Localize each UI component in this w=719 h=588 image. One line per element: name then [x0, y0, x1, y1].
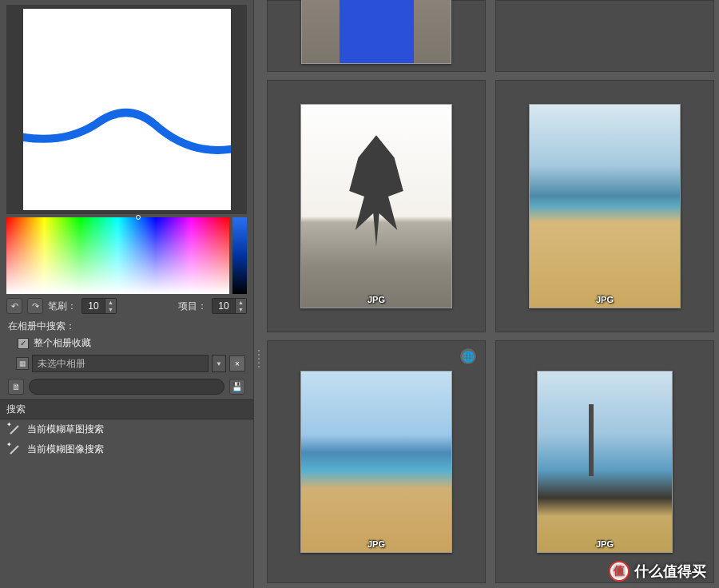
panel-resize-handle[interactable] [256, 348, 262, 369]
grid-row-0: JPG [267, 0, 714, 72]
search-panel-header[interactable]: 搜索 [0, 399, 253, 419]
grid-cell[interactable]: JPG [495, 340, 714, 583]
album-dropdown-arrow[interactable]: ▼ [212, 355, 226, 372]
format-badge: JPG [596, 539, 614, 549]
watermark: 值 什么值得买 [609, 561, 706, 582]
save-search-button[interactable]: 💾 [229, 379, 245, 395]
color-marker [136, 215, 141, 220]
format-badge: JPG [367, 539, 385, 549]
items-label: 项目： [178, 300, 207, 313]
hue-saturation-picker[interactable] [6, 217, 229, 294]
thumb-beach-island[interactable]: JPG [529, 104, 681, 308]
brush-size-value: 10 [82, 300, 105, 312]
brightness-slider[interactable] [232, 217, 247, 294]
grid-cell[interactable]: JPG [267, 0, 486, 72]
format-badge: JPG [596, 295, 614, 304]
grid-cell[interactable]: JPG [495, 80, 714, 332]
thumb-lighthouse[interactable]: JPG [537, 371, 673, 553]
thumbnail-grid: JPG JPG JPG 🌐 JPG JPG [264, 0, 719, 588]
brush-label: 笔刷： [48, 300, 77, 313]
wand-icon [8, 423, 21, 436]
undo-button[interactable]: ↶ [6, 298, 22, 314]
thumb-beach-walker[interactable]: JPG [300, 371, 452, 553]
album-dropdown[interactable]: 未选中相册 [32, 355, 209, 372]
search-input[interactable] [29, 379, 224, 395]
thumb-person-blue[interactable]: JPG [301, 0, 451, 64]
search-row: 🗎 💾 [8, 379, 245, 395]
sidebar: ↶ ↷ 笔刷： 10 ▲▼ 项目： 10 ▲▼ 在相册中搜索： ✓ 整个相册收藏… [0, 0, 254, 588]
whole-album-row: ✓ 整个相册收藏 [18, 336, 236, 350]
brush-controls-row: ↶ ↷ 笔刷： 10 ▲▼ 项目： 10 ▲▼ [6, 297, 247, 315]
items-spinner-arrows[interactable]: ▲▼ [235, 299, 246, 313]
whole-album-checkbox[interactable]: ✓ [18, 338, 29, 349]
items-value: 10 [213, 300, 235, 312]
sketch-canvas-area [6, 5, 247, 214]
search-in-album-label: 在相册中搜索： [8, 320, 245, 333]
new-search-button[interactable]: 🗎 [8, 379, 24, 395]
wand-icon [8, 443, 21, 456]
grid-cell-empty[interactable] [495, 0, 714, 72]
search-item-image-label: 当前模糊图像搜索 [27, 443, 104, 456]
brush-spinner-arrows[interactable]: ▲▼ [105, 299, 116, 313]
whole-album-label: 整个相册收藏 [34, 336, 91, 350]
brush-size-spinner[interactable]: 10 ▲▼ [81, 298, 117, 314]
watermark-badge: 值 [609, 561, 630, 582]
grid-cell[interactable]: JPG [267, 80, 486, 332]
sketch-canvas[interactable] [23, 9, 231, 210]
album-select-row: ▦ 未选中相册 ▼ × [16, 355, 245, 372]
grid-row-1: JPG JPG [267, 80, 714, 332]
album-icon: ▦ [16, 357, 29, 370]
grid-row-2: 🌐 JPG JPG [267, 340, 714, 583]
search-item-image[interactable]: 当前模糊图像搜索 [0, 439, 253, 459]
album-clear-button[interactable]: × [229, 356, 245, 371]
grid-cell[interactable]: 🌐 JPG [267, 340, 486, 583]
color-picker-row [6, 217, 247, 294]
format-badge: JPG [367, 50, 385, 60]
thumb-dragon-statue[interactable]: JPG [300, 104, 452, 308]
watermark-text: 什么值得买 [634, 562, 706, 581]
globe-icon[interactable]: 🌐 [459, 348, 477, 365]
search-item-sketch-label: 当前模糊草图搜索 [27, 423, 104, 436]
format-badge: JPG [367, 295, 385, 304]
search-item-sketch[interactable]: 当前模糊草图搜索 [0, 419, 253, 439]
redo-button[interactable]: ↷ [27, 298, 43, 314]
album-dropdown-value: 未选中相册 [38, 357, 85, 371]
items-spinner[interactable]: 10 ▲▼ [212, 298, 247, 314]
